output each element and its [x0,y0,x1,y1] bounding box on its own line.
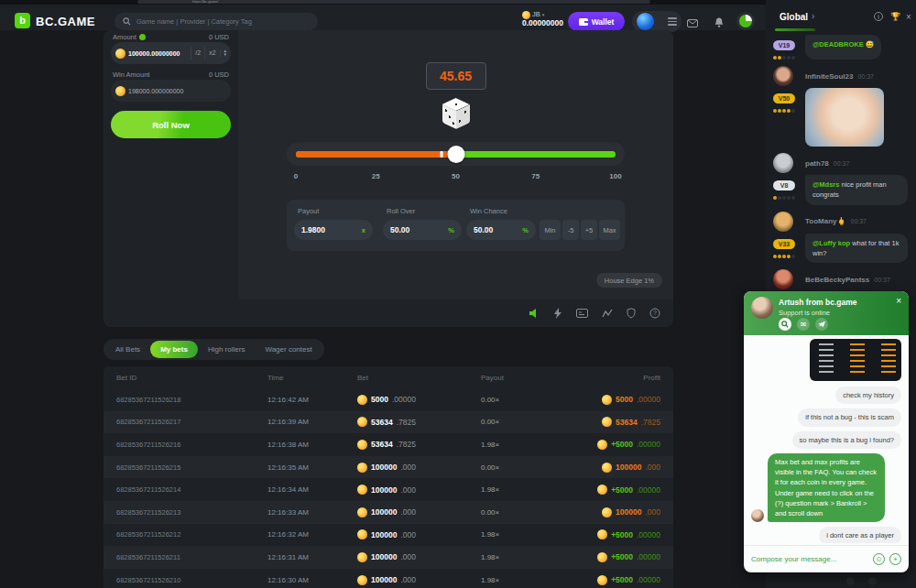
minus-5-button[interactable]: -5 [562,220,579,240]
coin-icon [597,575,607,585]
support-attachment-image[interactable] [810,339,901,381]
roll-now-button[interactable]: Roll Now [111,111,231,138]
half-bet-button[interactable]: /2 [191,47,204,60]
user-avatar[interactable] [773,66,793,86]
roll-over-input[interactable]: 50.00% [383,220,462,240]
support-message-user: i dont care as a player [751,527,901,543]
close-support-icon[interactable]: × [896,296,901,306]
bet-amount-value[interactable]: 100000.00000000 [128,50,191,57]
bet-row[interactable]: 68285367211526215 12:16:35 AM 100000.000… [104,456,673,479]
bet-row[interactable]: 68285367211526218 12:16:42 AM 5000.00000… [104,388,673,411]
bet-row[interactable]: 68285367211526214 12:16:34 AM 100000.000… [104,478,673,501]
chevron-down-icon: ▾ [542,13,545,18]
chat-username[interactable]: path78 [805,159,829,168]
stats-panel-icon[interactable] [576,309,588,318]
trends-icon[interactable] [602,309,613,318]
bet-profit: 53634.7825 [577,417,660,427]
bet-row[interactable]: 68285367211526217 12:16:39 AM 53634.7825… [104,411,673,434]
roll-slider[interactable] [287,142,625,166]
profile-menu[interactable] [632,11,682,32]
double-bet-button[interactable]: x2 [204,47,219,60]
user-avatar[interactable] [773,212,793,232]
search-support-icon[interactable] [779,318,791,331]
tab-high-rollers[interactable]: High rollers [198,341,255,358]
compose-message-input[interactable] [751,555,868,563]
user-avatar[interactable] [773,269,793,289]
chat-rules-icon[interactable]: i [874,12,883,21]
messages-icon[interactable] [687,15,698,31]
help-icon[interactable]: ? [649,308,660,319]
tab-my-bets[interactable]: My bets [150,341,198,358]
win-chance-input[interactable]: 50.00% [466,220,536,240]
bc-logo-text[interactable]: BC.GAME [36,15,95,28]
address-bar[interactable]: https://bc.game/ [137,0,650,4]
support-composer: ☺ + [744,545,909,572]
wallet-button[interactable]: Wallet [568,12,625,31]
svg-text:?: ? [653,310,657,316]
bet-row[interactable]: 68285367211526213 12:16:33 AM 100000.000… [104,501,673,524]
max-button[interactable]: Max [599,220,620,240]
avatar[interactable] [637,13,654,30]
slider-scale: 0 25 50 75 100 [296,172,616,181]
chat-message: TooMany🖕00:37V33@Luffy kop what for that… [773,212,911,264]
page: https://bc.game/ b BC.GAME Game name | P… [0,0,916,588]
sound-icon[interactable] [529,308,540,319]
bet-payout: 0.00× [481,508,577,517]
bet-profit: +5000.00000 [577,440,660,450]
win-amount-display: 198000.000000000 [111,80,231,102]
user-avatar[interactable] [773,153,793,173]
chat-username[interactable]: TooMany🖕 [805,217,846,225]
notifications-bell-icon[interactable] [714,15,724,31]
support-mascot-icon[interactable] [736,12,755,30]
chat-room-title[interactable]: Global [780,12,808,22]
close-chat-icon[interactable]: × [906,12,911,22]
roll-result-display: 45.65 [426,62,486,90]
bet-id: 68285367211526212 [116,530,267,539]
chat-image[interactable] [805,88,884,147]
bet-row[interactable]: 68285367211526210 12:16:30 AM 100000.000… [104,569,673,588]
chat-username[interactable]: BeBeBeckyPantss [805,276,869,284]
coin-icon [597,552,607,562]
dice-icon [441,98,472,133]
bet-row[interactable]: 68285367211526216 12:16:38 AM 53634.7825… [104,433,673,456]
turbo-bolt-icon[interactable] [553,308,562,319]
tab-wager-contest[interactable]: Wager contest [255,341,322,358]
plus-5-button[interactable]: +5 [581,220,597,240]
fairness-shield-icon[interactable] [627,308,636,319]
search-placeholder: Game name | Provider | Category Tag [136,17,252,26]
bets-table: Bet ID Time Bet Payout Profit 6828536721… [104,366,673,588]
bet-row[interactable]: 68285367211526211 12:16:31 AM 100000.000… [104,546,673,569]
level-stars [773,252,801,258]
attach-icon[interactable]: + [889,553,901,565]
bet-row[interactable]: 68285367211526212 12:16:32 AM 100000.000… [104,524,673,547]
bet-time: 12:16:42 AM [267,396,357,404]
slider-track[interactable] [296,151,616,158]
game-settings-panel: Payout 1.9800x Roll Over 50.00% Win Chan… [287,200,625,251]
support-message-list: check my historyif this not a bug - this… [751,339,901,543]
balance-selector[interactable]: JB▾ 0.00000000 [522,11,563,27]
amount-stepper[interactable]: ▲▼ [220,49,231,57]
bet-profit: 5000.00000 [577,395,660,405]
trophy-icon[interactable]: 🏆 [890,12,900,21]
send-telegram-icon[interactable] [815,318,828,331]
currency-toggle-icon[interactable] [139,34,146,40]
search-input[interactable]: Game name | Provider | Category Tag [114,13,318,30]
coin-icon [357,485,367,495]
bet-id: 68285367211526216 [116,441,267,449]
email-icon[interactable]: ✉ [797,318,810,331]
level-stars [773,53,801,60]
slider-handle[interactable] [447,146,464,163]
min-button[interactable]: Min [540,220,561,240]
emoji-icon[interactable]: ☺ [873,553,885,565]
bc-logo-icon[interactable]: b [15,13,30,28]
chevron-right-icon[interactable]: › [812,11,814,21]
payout-input[interactable]: 1.9800x [294,220,373,240]
chat-username[interactable]: InfiniteSoul23 [805,72,853,81]
bet-controls-panel: Amount 0 USD 100000.00000000 /2 x2 ▲▼ Wi… [104,30,238,327]
tab-all-bets[interactable]: All Bets [105,341,150,358]
amount-label: Amount [113,33,136,41]
bet-amount-input[interactable]: 100000.00000000 /2 x2 ▲▼ [111,42,231,64]
bet-amount: 53634.7825 [357,440,481,450]
bet-profit: 100000.000 [577,463,660,473]
coin-icon [115,86,125,96]
